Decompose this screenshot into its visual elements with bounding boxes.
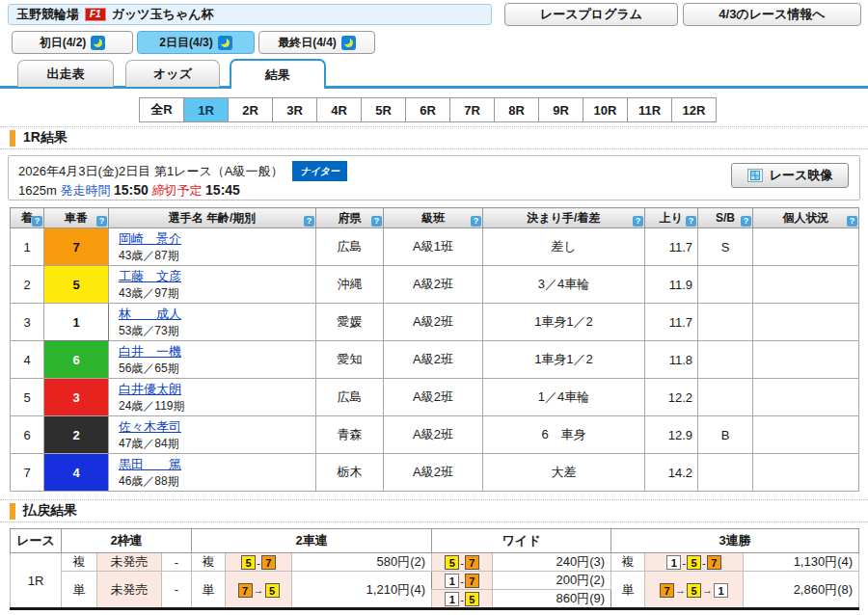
prefecture-cell: 広島 — [316, 379, 384, 416]
help-icon[interactable] — [371, 216, 382, 227]
day-tab-first[interactable]: 初日(4/2) — [12, 31, 133, 54]
help-icon[interactable] — [686, 216, 696, 227]
rider-age: 56歳／65期 — [119, 361, 179, 375]
col-header-margin: 決まり手/着差 — [483, 208, 645, 228]
sb-cell — [698, 379, 753, 416]
sb-cell — [698, 454, 753, 492]
results-header-row: 着 車番 選手名 年齢/期別 府県 級班 決まり手/着差 上り S/B 個人状況 — [11, 208, 859, 228]
race-video-button[interactable]: レース映像 — [731, 163, 849, 188]
result-row: 5 3 白井優太朗24歳／119期 広島 A級2班 1／4車輪 12.2 — [11, 379, 859, 416]
margin-cell: 3／4車輪 — [483, 266, 645, 304]
car-number-cell: 3 — [44, 379, 109, 416]
race-tab-11r[interactable]: 11R — [627, 97, 672, 122]
day-tab-final-label: 最終日(4/4) — [278, 35, 337, 51]
car-number-cell: 2 — [44, 416, 109, 454]
day-tab-second[interactable]: 2日目(4/3) — [137, 31, 255, 54]
status-cell — [753, 454, 859, 492]
lap-cell: 11.7 — [645, 228, 698, 266]
race-tab-7r[interactable]: 7R — [449, 97, 495, 122]
rank-cell: 5 — [11, 379, 44, 416]
race-number-tabs: 全R 1R 2R 3R 4R 5R 6R 7R 8R 9R 10R 11R 12… — [140, 97, 717, 122]
rank-cell: 7 — [11, 454, 44, 492]
payout-table: レース 2枠連 2車連 ワイド 3連勝 1R 複 未発売 - 複 5-7 580… — [10, 528, 859, 610]
race-video-label: レース映像 — [770, 167, 833, 184]
help-icon[interactable] — [471, 216, 481, 227]
start-time-label: 発走時間 — [60, 183, 110, 198]
venue-name: 玉野競輪場 — [16, 6, 79, 23]
2sharen-tan-combo: 7→5 — [226, 572, 292, 609]
rider-name-link[interactable]: 工藤 文彦 — [119, 269, 181, 283]
status-cell — [753, 304, 859, 341]
payout-col-race: レース — [11, 529, 62, 553]
2sharen-fuku-combo: 5-7 — [226, 553, 292, 572]
payout-col-wide: ワイド — [432, 529, 611, 553]
rider-age: 43歳／87期 — [119, 249, 179, 262]
rider-age: 43歳／97期 — [119, 286, 179, 300]
rider-name-link[interactable]: 白井優太朗 — [119, 382, 181, 396]
help-icon[interactable] — [633, 216, 643, 227]
race-tab-8r[interactable]: 8R — [494, 97, 539, 122]
race-tab-5r[interactable]: 5R — [361, 97, 406, 122]
race-tab-9r[interactable]: 9R — [538, 97, 583, 122]
margin-cell: 差し — [483, 228, 645, 266]
combo-separator: - — [702, 557, 706, 569]
rider-cell: 白井 一機56歳／65期 — [109, 341, 316, 379]
status-cell — [753, 379, 859, 416]
rider-cell: 黒田 篤46歳／88期 — [109, 454, 316, 492]
combo-separator: → — [254, 584, 264, 596]
rider-age: 53歳／73期 — [119, 324, 179, 337]
section-header-1r-results: 1R結果 — [0, 126, 868, 149]
car-number-cell: 5 — [44, 266, 109, 304]
col-header-status: 個人状況 — [753, 208, 859, 228]
margin-cell: 1車身1／2 — [483, 341, 645, 379]
rider-cell: 岡崎 景介43歳／87期 — [109, 228, 316, 266]
race-series-title: ガッツ玉ちゃん杯 — [112, 6, 214, 23]
prefecture-cell: 青森 — [316, 416, 384, 454]
day-tab-final[interactable]: 最終日(4/4) — [258, 31, 375, 54]
date-race-info-button[interactable]: 4/3のレース情報へ — [683, 3, 861, 26]
rider-name-link[interactable]: 白井 一機 — [119, 344, 181, 359]
tab-odds[interactable]: オッズ — [125, 60, 220, 87]
help-icon[interactable] — [304, 216, 314, 227]
rider-name-link[interactable]: 岡崎 景介 — [119, 231, 181, 246]
race-tab-4r[interactable]: 4R — [316, 97, 362, 122]
help-icon[interactable] — [847, 216, 857, 227]
help-icon[interactable] — [32, 216, 42, 227]
lap-cell: 12.9 — [645, 416, 698, 454]
race-tab-all[interactable]: 全R — [139, 97, 184, 122]
section-header-payout: 払戻結果 — [0, 499, 868, 522]
race-program-button[interactable]: レースプログラム — [504, 3, 678, 26]
lap-cell: 11.8 — [645, 341, 698, 379]
class-cell: A級2班 — [384, 266, 483, 304]
race-tab-3r[interactable]: 3R — [272, 97, 317, 122]
tab-start-list[interactable]: 出走表 — [17, 60, 114, 87]
car-number-cell: 7 — [44, 228, 109, 266]
wide-combo-3: 1-5 — [432, 590, 493, 609]
race-tab-10r[interactable]: 10R — [583, 97, 628, 122]
prefecture-cell: 広島 — [316, 228, 384, 266]
help-icon[interactable] — [741, 216, 751, 227]
rider-name-link[interactable]: 黒田 篤 — [119, 457, 181, 471]
race-tab-6r[interactable]: 6R — [405, 97, 450, 122]
3rensho-tan-combo: 7→5→1 — [645, 572, 744, 609]
race-tab-12r[interactable]: 12R — [671, 97, 717, 122]
rank-cell: 2 — [11, 266, 44, 304]
margin-cell: 6 車身 — [483, 416, 645, 454]
race-tab-2r[interactable]: 2R — [228, 97, 273, 122]
race-tab-1r[interactable]: 1R — [183, 97, 229, 122]
rider-cell: 佐々木孝司47歳／84期 — [109, 416, 316, 454]
car-chip: 5 — [445, 555, 459, 570]
class-cell: A級2班 — [384, 304, 483, 341]
col-header-prefecture: 府県 — [316, 208, 384, 228]
col-header-rider: 選手名 年齢/期別 — [109, 208, 316, 228]
sb-cell — [698, 341, 753, 379]
tab-results[interactable]: 結果 — [230, 59, 326, 89]
rider-name-link[interactable]: 佐々木孝司 — [119, 419, 181, 434]
help-icon[interactable] — [96, 216, 107, 227]
rider-name-link[interactable]: 林 成人 — [119, 307, 181, 321]
car-chip: 1 — [445, 574, 459, 588]
2sharen-fuku-payout: 580円(2) — [292, 553, 432, 572]
margin-cell: 大差 — [483, 454, 645, 492]
day-tab-second-label: 2日目(4/3) — [159, 35, 212, 51]
lap-cell: 11.7 — [645, 304, 698, 341]
